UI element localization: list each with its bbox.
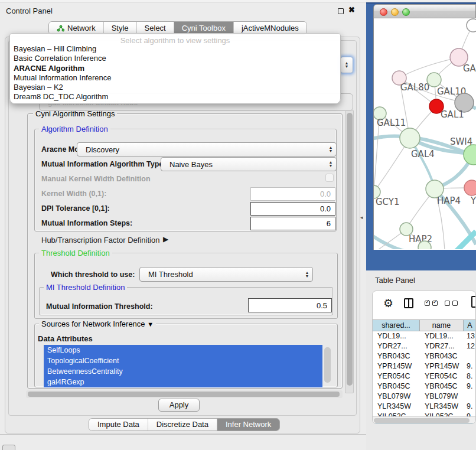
attribute-item[interactable]: gal4RGexp xyxy=(44,377,322,387)
table-row[interactable]: YDL19... YDL19... 13 xyxy=(373,331,476,341)
tab-style[interactable]: Style xyxy=(103,22,136,34)
threshold-definition-legend: Threshold Definition xyxy=(39,249,112,257)
popup-item-bayesian-k2[interactable]: Bayesian – K2 xyxy=(10,83,340,92)
dpi-tolerance-field[interactable]: 0.0 xyxy=(250,202,335,216)
node-label: GCY1 xyxy=(376,197,400,207)
table-row[interactable]: YBR045C YBR045C 9. xyxy=(373,381,476,392)
algorithm-combo-stepper[interactable]: ▲▼ xyxy=(340,57,353,73)
node-label: SWI4 xyxy=(450,136,472,147)
deselect-all-icon[interactable] xyxy=(452,301,458,306)
select-all-icon[interactable]: ✓ xyxy=(432,301,438,306)
settings-horizontal-scrollbar[interactable] xyxy=(26,390,343,398)
select-all-icon[interactable]: ✓ xyxy=(425,301,430,306)
column-header-name[interactable]: name xyxy=(420,320,464,331)
gear-icon[interactable]: ⚙ xyxy=(383,296,393,310)
close-icon[interactable]: ✖ xyxy=(348,5,355,14)
stepper-arrows-icon: ▲▼ xyxy=(302,271,312,278)
popup-placeholder: Select algorithm to view settings xyxy=(10,34,340,44)
stepper-arrows-icon: ▲▼ xyxy=(325,161,336,168)
file-icon[interactable] xyxy=(471,296,476,308)
table-panel-title: Table Panel xyxy=(375,276,415,285)
which-threshold-combo[interactable]: MI Threshold ▲▼ xyxy=(139,267,313,282)
mi-steps-field[interactable]: 6 xyxy=(250,217,335,230)
node-label: GAL xyxy=(463,63,476,74)
node-label: HAP4 xyxy=(437,195,461,206)
network-view[interactable]: GALGAL80GAL10GAL1GAL11GAL4SWI4HAP4YGCY1H… xyxy=(373,18,476,250)
which-threshold-label: Which threshold to use: xyxy=(51,270,135,279)
table-row[interactable]: YBR043C YBR043C xyxy=(373,351,476,361)
algorithm-dropdown-popup: Select algorithm to view settings Bayesi… xyxy=(9,33,341,104)
deselect-all-icon[interactable] xyxy=(445,301,450,306)
table-bottom-strip xyxy=(373,423,476,424)
attributes-scrollbar-thumb[interactable] xyxy=(324,347,331,383)
splitter-collapse-icon[interactable]: ◂ xyxy=(360,214,363,220)
tab-select[interactable]: Select xyxy=(136,22,174,34)
table-row[interactable]: YIL052C YIL052C 9 xyxy=(373,412,476,416)
popup-item-mutual-information[interactable]: Mutual Information Inference xyxy=(10,73,340,83)
kernel-width-label: Kernel Width (0,1): xyxy=(41,190,106,198)
kernel-width-field[interactable]: 0.0 xyxy=(250,187,335,201)
mi-type-label: Mutual Information Algorithm Type: xyxy=(41,160,165,168)
network-window-titlebar[interactable] xyxy=(373,4,476,18)
popup-item-dream8[interactable]: Dream8 DC_TDC Algorithm xyxy=(10,92,340,102)
network-node-swi4[interactable] xyxy=(464,145,476,165)
column-header-shared-name[interactable]: shared... xyxy=(373,320,420,331)
attribute-item[interactable]: SelfLoops xyxy=(44,345,322,356)
columns-icon[interactable] xyxy=(404,298,413,308)
tab-cyni-toolbox[interactable]: Cyni Toolbox xyxy=(174,22,233,34)
network-node-gal10[interactable] xyxy=(427,73,441,87)
tab-discretize-data[interactable]: Discretize Data xyxy=(148,419,217,431)
table-row[interactable]: YLR345W YLR345W 9. xyxy=(373,402,476,412)
table-row[interactable]: YPR145W YPR145W 9. xyxy=(373,361,476,371)
data-attributes-list[interactable]: SelfLoops TopologicalCoefficient Between… xyxy=(44,345,322,387)
node-label: GAL4 xyxy=(411,149,435,159)
tab-infer-network[interactable]: Infer Network xyxy=(217,419,279,431)
cyni-bottom-tabbar: Impute Data Discretize Data Infer Networ… xyxy=(89,418,280,431)
algorithm-definition-legend: Algorithm Definition xyxy=(39,125,110,133)
collapse-arrow-icon: ▼ xyxy=(147,321,154,328)
node-label: Y xyxy=(470,195,476,206)
tab-jactivemnodules[interactable]: jActiveMNodules xyxy=(233,22,307,34)
node-label: GAL1 xyxy=(441,109,464,120)
table-horizontal-scrollbar[interactable] xyxy=(373,416,476,423)
tab-impute-data[interactable]: Impute Data xyxy=(89,419,148,431)
column-header-clipped[interactable]: A xyxy=(464,320,476,331)
network-node-gal4[interactable] xyxy=(400,128,420,148)
network-icon xyxy=(57,25,64,32)
top-strip xyxy=(0,0,366,3)
attribute-item[interactable]: BetweennessCentrality xyxy=(44,366,322,377)
network-canvas[interactable]: GALGAL80GAL10GAL1GAL11GAL4SWI4HAP4YGCY1H… xyxy=(374,18,476,249)
bottom-divider xyxy=(0,434,367,435)
table-row[interactable]: YDR27... YDR27... 12 xyxy=(373,341,476,351)
bottom-left-button[interactable] xyxy=(2,445,15,450)
manual-kernel-checkbox[interactable] xyxy=(325,174,334,182)
hub-definition-label[interactable]: Hub/Transcription Factor Definition xyxy=(41,236,159,244)
table-row[interactable]: YBL079W YBL079W xyxy=(373,392,476,402)
popup-item-bayesian-hill-climbing[interactable]: Bayesian – Hill Climbing xyxy=(10,44,340,54)
panel-title: Control Panel xyxy=(6,6,53,15)
apply-button[interactable]: Apply xyxy=(158,399,200,412)
mi-threshold-field[interactable]: 0.5 xyxy=(248,298,332,312)
settings-vertical-scrollbar[interactable] xyxy=(345,110,354,393)
scrollbar-thumb[interactable] xyxy=(374,418,470,423)
mi-steps-label: Mutual Information Steps: xyxy=(41,219,132,227)
table-row[interactable]: YER054C YER054C 8. xyxy=(373,371,476,381)
close-traffic-light-icon[interactable] xyxy=(380,8,387,16)
sources-legend[interactable]: Sources for Network Inference ▼ xyxy=(39,319,156,328)
tab-network[interactable]: Network xyxy=(49,22,103,34)
mi-type-combo[interactable]: Naive Bayes ▲▼ xyxy=(161,157,337,171)
mi-threshold-label: Mutual Information Threshold: xyxy=(46,302,153,311)
tab-label: Network xyxy=(67,22,96,34)
minimize-traffic-light-icon[interactable] xyxy=(391,8,399,16)
popup-item-basic-correlation[interactable]: Basic Correlation Inference xyxy=(10,54,340,63)
network-node[interactable] xyxy=(467,19,476,32)
aracne-mode-combo[interactable]: Discovery ▲▼ xyxy=(77,142,337,156)
float-window-icon[interactable] xyxy=(338,8,344,14)
expand-arrow-icon[interactable]: ▶ xyxy=(163,235,168,243)
scrollbar-thumb[interactable] xyxy=(347,113,353,386)
popup-item-aracne[interactable]: ARACNE Algorithm xyxy=(10,64,340,73)
scrollbar-thumb[interactable] xyxy=(28,392,340,397)
network-node-y[interactable] xyxy=(464,180,476,195)
attribute-item[interactable]: TopologicalCoefficient xyxy=(44,356,322,366)
zoom-traffic-light-icon[interactable] xyxy=(402,8,410,16)
